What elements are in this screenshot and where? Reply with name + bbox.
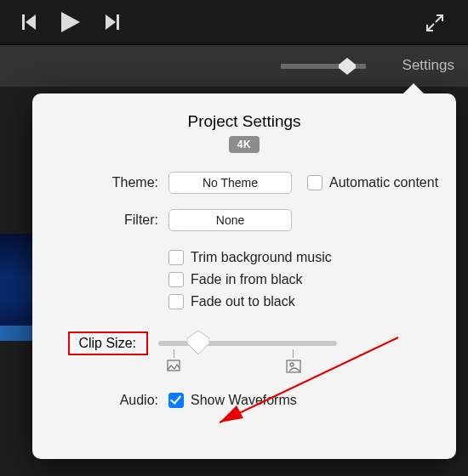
clip-size-tick-large (293, 349, 294, 358)
svg-marker-13 (220, 405, 243, 422)
fade-in-option: Fade in from black (168, 272, 456, 287)
show-waveforms-label: Show Waveforms (191, 393, 297, 408)
prev-icon[interactable] (22, 14, 36, 33)
svg-marker-3 (106, 14, 116, 30)
theme-row: Theme: No Theme Automatic content (32, 172, 456, 194)
audio-label: Audio: (32, 393, 168, 408)
timeline-zoom-slider[interactable] (281, 64, 366, 69)
clip-size-row: Clip Size: (32, 333, 456, 354)
show-waveforms-option: Show Waveforms (168, 393, 297, 408)
clip-size-track (158, 341, 337, 346)
thumbnail-small-icon (167, 360, 180, 374)
filter-row: Filter: None (32, 209, 456, 231)
automatic-content-option: Automatic content (307, 175, 438, 190)
audio-row: Audio: Show Waveforms (32, 393, 456, 408)
timeline-zoom-thumb[interactable] (339, 58, 356, 75)
automatic-content-label: Automatic content (329, 175, 438, 190)
svg-marker-2 (61, 12, 80, 32)
trim-music-checkbox[interactable] (168, 250, 184, 265)
filter-dropdown[interactable]: None (168, 209, 292, 231)
next-icon[interactable] (106, 14, 119, 33)
svg-line-6 (427, 24, 434, 31)
svg-marker-8 (187, 331, 209, 354)
trim-music-option: Trim background music (168, 250, 456, 265)
svg-marker-1 (26, 14, 36, 30)
svg-rect-4 (117, 14, 119, 30)
fade-in-label: Fade in from black (191, 272, 303, 287)
svg-rect-0 (22, 14, 25, 30)
fade-out-checkbox[interactable] (168, 294, 184, 309)
svg-marker-7 (339, 58, 356, 75)
clip-size-slider[interactable] (158, 341, 337, 346)
options-group: Trim background music Fade in from black… (168, 250, 456, 309)
fullscreen-icon[interactable] (425, 14, 444, 36)
svg-line-5 (436, 15, 442, 22)
filter-label: Filter: (32, 212, 168, 228)
svg-point-11 (290, 363, 294, 366)
fade-in-checkbox[interactable] (168, 272, 184, 287)
project-settings-popover: Project Settings 4K Theme: No Theme Auto… (32, 94, 456, 459)
play-icon[interactable] (61, 12, 80, 36)
clip-size-label: Clip Size: (32, 333, 141, 354)
fade-out-option: Fade out to black (168, 294, 456, 309)
playback-controls (22, 12, 119, 36)
thumbnail-large-icon (286, 360, 301, 376)
automatic-content-checkbox[interactable] (307, 175, 322, 190)
popover-title: Project Settings (32, 112, 456, 131)
fade-out-label: Fade out to black (191, 294, 295, 309)
show-waveforms-checkbox[interactable] (168, 393, 184, 408)
timeline-clip-thumbnail[interactable] (0, 234, 32, 341)
timeline-toolbar: Settings (0, 44, 468, 87)
playback-toolbar (0, 0, 468, 44)
clip-size-tick-small (174, 349, 174, 358)
theme-dropdown[interactable]: No Theme (168, 172, 292, 194)
settings-button[interactable]: Settings (402, 57, 454, 74)
clip-size-thumb[interactable] (187, 331, 209, 358)
trim-music-label: Trim background music (191, 250, 332, 265)
theme-label: Theme: (32, 175, 168, 190)
resolution-badge: 4K (229, 136, 260, 153)
